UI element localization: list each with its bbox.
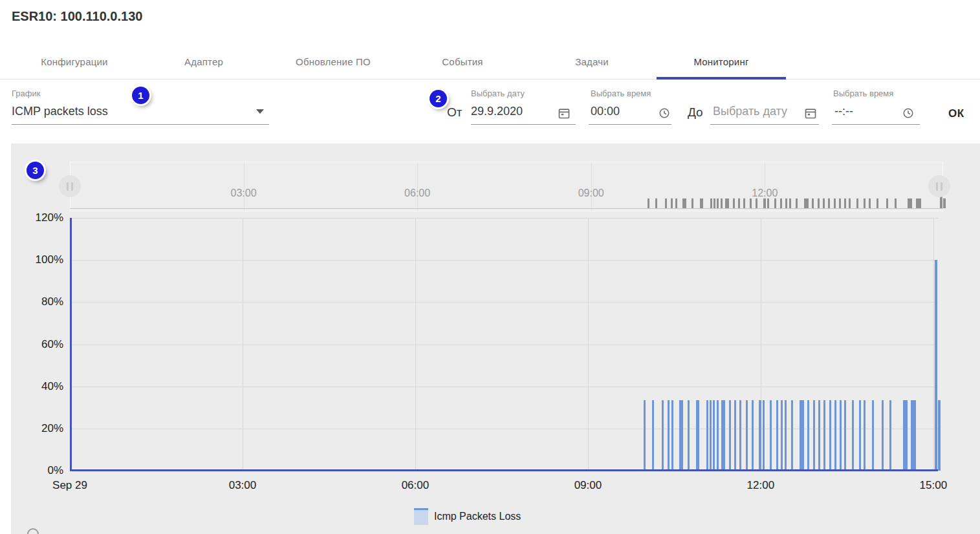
- chart-spike: [688, 400, 690, 471]
- navigator-bar: [812, 198, 814, 208]
- to-date-underline: [710, 124, 819, 125]
- chart-spike: [746, 400, 748, 471]
- navigator-bar: [774, 198, 776, 208]
- tab-мониторинг[interactable]: Мониторинг: [657, 44, 786, 79]
- chart-spike: [889, 400, 891, 471]
- x-axis-line: [70, 469, 938, 471]
- legend-item[interactable]: Icmp Packets Loss: [414, 508, 521, 525]
- clock-icon[interactable]: [902, 107, 914, 119]
- x-tick-label: 12:00: [732, 479, 790, 492]
- gridline: [70, 260, 938, 261]
- navigator-gridline: [591, 162, 592, 211]
- chart-spike: [644, 400, 646, 471]
- from-time-input[interactable]: 00:00: [591, 105, 620, 118]
- tab-события[interactable]: События: [398, 44, 527, 79]
- to-time-label: Выбрать время: [833, 89, 893, 98]
- y-tick-label: 20%: [18, 422, 63, 435]
- monitoring-page: ESR10: 100.110.0.130 КонфигурацииАдаптер…: [0, 0, 980, 534]
- navigator-bar: [655, 198, 657, 208]
- from-date-underline: [471, 124, 576, 125]
- gridline: [415, 218, 416, 471]
- chart-spike: [938, 400, 941, 471]
- navigator-bar: [818, 198, 820, 208]
- navigator-bar: [671, 198, 673, 208]
- navigator-bar: [675, 198, 677, 208]
- chart-spike: [706, 400, 708, 471]
- to-time-input[interactable]: --:--: [834, 105, 853, 118]
- navigator-bar: [738, 198, 740, 208]
- navigator-bar: [743, 198, 745, 208]
- y-tick-label: 100%: [18, 253, 63, 266]
- navigator-bar: [756, 198, 757, 208]
- chart-spike: [662, 400, 664, 471]
- navigator-tick-label: 06:00: [391, 187, 443, 199]
- tab-конфигурации[interactable]: Конфигурации: [10, 44, 139, 79]
- chart-spike: [759, 400, 761, 471]
- navigator-bar: [869, 198, 871, 208]
- navigator-right-handle[interactable]: [928, 175, 950, 197]
- calendar-icon[interactable]: [804, 107, 817, 120]
- navigator-bar: [665, 198, 667, 208]
- y-tick-label: 40%: [18, 380, 63, 393]
- tab-обновление по[interactable]: Обновление ПО: [268, 44, 398, 79]
- chart-spike: [852, 400, 854, 471]
- x-tick-label: 06:00: [386, 479, 444, 492]
- chart-spike: [770, 400, 772, 471]
- navigator-bar: [886, 198, 888, 208]
- navigator-bar: [648, 198, 649, 208]
- graph-select[interactable]: ICMP packets loss: [12, 105, 108, 118]
- tab-задачи[interactable]: Задачи: [527, 44, 657, 79]
- navigator-bar: [908, 198, 912, 208]
- gridline: [70, 387, 938, 387]
- navigator-bar: [943, 198, 946, 208]
- chart-spike: [668, 400, 670, 471]
- tab-bar: КонфигурацииАдаптерОбновление ПОСобытияЗ…: [0, 44, 980, 80]
- chart-spike: [776, 400, 778, 471]
- active-tab-indicator: [657, 77, 786, 80]
- y-tick-label: 0%: [18, 464, 63, 477]
- to-time-underline: [832, 124, 920, 125]
- gridline: [70, 345, 938, 345]
- chart-spike: [859, 400, 861, 471]
- navigator-bar: [725, 198, 729, 208]
- chart-spike: [935, 260, 937, 471]
- ok-button[interactable]: ОК: [948, 107, 964, 120]
- calendar-icon[interactable]: [558, 107, 571, 120]
- clock-icon[interactable]: [659, 107, 670, 119]
- navigator-bar: [856, 198, 858, 208]
- navigator-bar: [916, 198, 921, 208]
- from-date-input[interactable]: 29.9.2020: [471, 105, 523, 118]
- gridline: [70, 218, 938, 219]
- chevron-down-icon[interactable]: [256, 109, 264, 114]
- chart-spike: [813, 400, 815, 471]
- to-word: До: [688, 105, 703, 120]
- navigator-tick-label: 09:00: [565, 187, 617, 199]
- to-date-input[interactable]: Выбрать дату: [713, 105, 787, 118]
- chart-spike: [752, 400, 754, 471]
- page-title: ESR10: 100.110.0.130: [12, 9, 142, 24]
- x-tick-label: 03:00: [213, 479, 272, 492]
- navigator-bar: [877, 198, 878, 208]
- navigator-bar: [839, 198, 841, 208]
- x-tick-label: 15:00: [904, 479, 963, 492]
- y-tick-label: 60%: [18, 338, 63, 351]
- navigator-left-handle[interactable]: [59, 175, 81, 197]
- navigator-bar: [834, 198, 836, 208]
- navigator-bar: [767, 198, 769, 208]
- navigator-bar: [713, 198, 715, 208]
- annotation-badge-2: 2: [430, 90, 447, 107]
- gridline: [588, 218, 589, 471]
- tab-адаптер[interactable]: Адаптер: [139, 44, 268, 79]
- chart-spike: [652, 400, 654, 471]
- chart-spike: [781, 400, 783, 471]
- y-tick-label: 80%: [18, 295, 63, 308]
- navigator-bar: [785, 198, 787, 208]
- chart-spike: [710, 400, 712, 471]
- navigator-bar: [828, 198, 830, 208]
- graph-select-label: График: [12, 89, 40, 98]
- chart-spike: [721, 400, 725, 471]
- y-tick-label: 120%: [18, 211, 63, 224]
- legend-label: Icmp Packets Loss: [434, 511, 521, 522]
- from-date-label: Выбрать дату: [471, 89, 525, 98]
- chart-spike: [785, 400, 787, 471]
